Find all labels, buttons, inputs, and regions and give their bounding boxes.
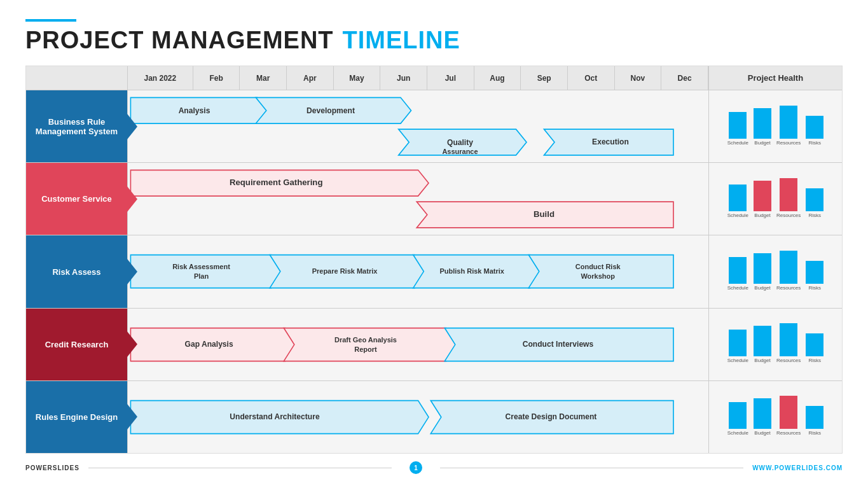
health-bars-row1: Schedule Budget Resources Risks [727, 108, 824, 146]
footer-line-left [88, 468, 392, 468]
bar-budget [754, 108, 771, 139]
health-col-row2: Schedule Budget Resources Risks [708, 163, 842, 235]
label-resources: Resources [776, 140, 801, 146]
month-aug: Aug [474, 66, 521, 90]
health-bar-resources-5: Resources [776, 396, 801, 436]
health-bar-budget-5: Budget [754, 398, 771, 436]
month-jun: Jun [380, 66, 427, 90]
svg-marker-13 [130, 255, 282, 288]
svg-text:Assurance: Assurance [442, 147, 478, 155]
health-col-row1: Schedule Budget Resources Risks [708, 90, 842, 162]
bar-resources [780, 396, 797, 429]
month-oct: Oct [568, 66, 615, 90]
svg-text:Build: Build [534, 209, 555, 219]
bar-budget [754, 326, 771, 356]
gantt-rows: Business Rule Management System Analysis… [26, 90, 842, 453]
svg-text:Gap Analysis: Gap Analysis [185, 339, 233, 348]
month-nov: Nov [615, 66, 662, 90]
health-col-row5: Schedule Budget Resources Risks [708, 381, 842, 453]
gantt-content-row2: Requirement Gathering Build [128, 163, 708, 235]
timeline-container: Jan 2022 Feb Mar Apr May Jun Jul Aug Sep… [25, 66, 843, 454]
health-col-row3: Schedule Budget Resources Risks [708, 235, 842, 307]
svg-marker-25 [284, 328, 457, 361]
svg-text:Prepare Risk Matrix: Prepare Risk Matrix [312, 267, 378, 275]
bar-schedule [729, 185, 747, 211]
gantt-svg-row3: Risk Assessment Plan Prepare Risk Matrix… [128, 235, 708, 307]
gantt-content-row1: Analysis Development Quality Assurance E… [128, 90, 708, 162]
label-risks: Risks [809, 140, 822, 146]
bar-risks [806, 333, 823, 356]
row-label-rules-engine: Rules Engine Design [26, 381, 128, 453]
health-bar-schedule-3: Schedule [727, 257, 748, 291]
bar-resources [780, 323, 797, 356]
health-bar-resources-1: Resources [776, 106, 801, 146]
gantt-content-row3: Risk Assessment Plan Prepare Risk Matrix… [128, 235, 708, 307]
label-risks: Risks [809, 430, 822, 436]
row-credit-research: Credit Research Gap Analysis Draft Geo A… [26, 309, 842, 381]
month-sep: Sep [521, 66, 568, 90]
title-row: PROJECT MANAGEMENT TIMELINE [25, 27, 843, 54]
title-part1: PROJECT MANAGEMENT [25, 27, 334, 54]
svg-text:Understand Architecture: Understand Architecture [230, 412, 319, 421]
health-bar-budget-3: Budget [754, 253, 771, 291]
bar-resources [780, 106, 797, 139]
row-label-credit-research: Credit Research [26, 309, 128, 380]
row-business-rule: Business Rule Management System Analysis… [26, 90, 842, 163]
gantt-svg-row5: Understand Architecture Create Design Do… [128, 381, 708, 453]
health-bar-schedule-5: Schedule [727, 402, 748, 436]
label-resources: Resources [776, 358, 801, 363]
month-may: May [334, 66, 381, 90]
gantt-svg-row2: Requirement Gathering Build [128, 163, 708, 235]
svg-text:Workshop: Workshop [581, 272, 615, 280]
svg-marker-20 [528, 255, 673, 288]
label-budget: Budget [754, 285, 770, 291]
svg-text:Publish Risk Matrix: Publish Risk Matrix [439, 267, 504, 275]
footer-page: 1 [410, 461, 422, 474]
bar-budget [754, 398, 771, 429]
health-bars-row4: Schedule Budget Resources Risks [727, 325, 824, 363]
health-bar-schedule-2: Schedule [727, 185, 748, 218]
health-bar-budget-2: Budget [754, 181, 771, 218]
svg-text:Risk Assessment: Risk Assessment [172, 263, 230, 270]
gantt-content-row5: Understand Architecture Create Design Do… [128, 381, 708, 453]
svg-text:Analysis: Analysis [179, 106, 210, 115]
health-bar-risks-5: Risks [806, 406, 823, 436]
footer-left: POWERSLIDES [25, 464, 79, 471]
label-resources: Resources [776, 213, 801, 218]
row-label-risk-assess: Risk Assess [26, 235, 128, 307]
row-label-business-rule: Business Rule Management System [26, 90, 128, 162]
month-feb: Feb [193, 66, 240, 90]
label-budget: Budget [754, 213, 770, 218]
label-risks: Risks [809, 285, 822, 291]
label-resources: Resources [776, 285, 801, 291]
svg-text:Plan: Plan [194, 272, 209, 280]
bar-schedule [729, 112, 747, 139]
svg-text:Development: Development [307, 106, 355, 115]
health-bar-resources-4: Resources [776, 323, 801, 363]
health-header: Project Health [708, 66, 842, 90]
svg-text:Draft Geo Analysis: Draft Geo Analysis [334, 336, 397, 344]
health-bars-row5: Schedule Budget Resources Risks [727, 398, 824, 436]
month-jan: Jan 2022 [128, 66, 193, 90]
health-bar-resources-3: Resources [776, 251, 801, 291]
health-bar-risks-2: Risks [806, 188, 823, 218]
bar-schedule [729, 257, 747, 284]
page: PROJECT MANAGEMENT TIMELINE Jan 2022 Feb… [0, 0, 868, 488]
label-budget: Budget [754, 140, 770, 146]
bar-risks [806, 261, 823, 284]
label-resources: Resources [776, 430, 801, 436]
gantt-svg-row4: Gap Analysis Draft Geo Analysis Report C… [128, 309, 708, 380]
health-bar-schedule-4: Schedule [727, 330, 748, 363]
bar-risks [806, 406, 823, 429]
bar-resources [780, 251, 797, 284]
bar-schedule [729, 330, 747, 356]
label-schedule: Schedule [727, 430, 748, 436]
month-dec: Dec [661, 66, 708, 90]
label-schedule: Schedule [727, 140, 748, 146]
svg-text:Quality: Quality [447, 138, 473, 147]
health-bar-budget-1: Budget [754, 108, 771, 146]
svg-text:Report: Report [354, 345, 377, 352]
row-customer-service: Customer Service Requirement Gathering B… [26, 163, 842, 235]
svg-text:Conduct Risk: Conduct Risk [575, 263, 621, 270]
header-accent [25, 19, 76, 22]
